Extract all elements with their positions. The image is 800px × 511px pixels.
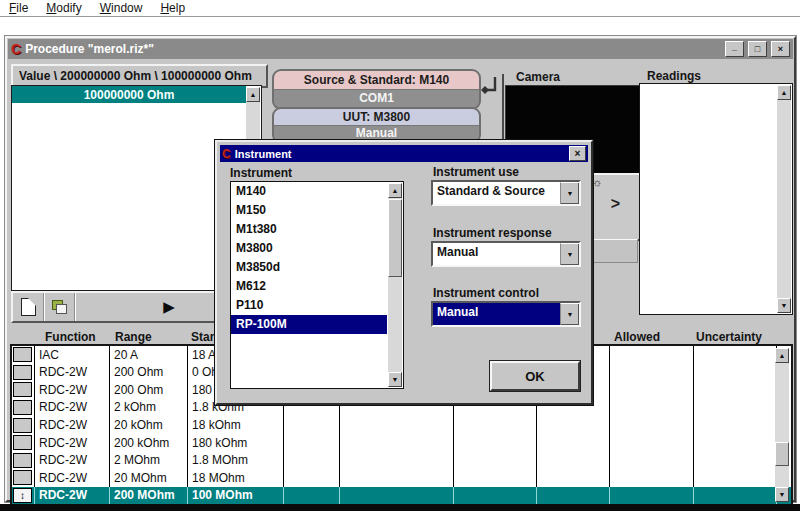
row-marker[interactable] — [13, 382, 32, 397]
instrument-response-label: Instrument response — [433, 226, 552, 240]
minimize-button[interactable]: _ — [725, 41, 744, 57]
readings-label: Readings — [647, 69, 701, 83]
uut-mode-label: Manual — [274, 126, 479, 139]
table-scrollbar[interactable]: ▲ ▼ — [775, 348, 789, 502]
table-row[interactable]: RDC-2W20 kOhm18 kOhm — [12, 416, 791, 434]
replace-icon — [52, 300, 67, 314]
menu-file[interactable]: File — [0, 1, 37, 15]
column-header-function[interactable]: Function — [45, 330, 96, 344]
source-port-label: COM1 — [274, 90, 479, 105]
row-marker[interactable] — [13, 365, 32, 380]
instrument-use-label: Instrument use — [433, 165, 519, 179]
column-header-allowed[interactable]: Allowed — [597, 330, 677, 344]
dropdown-arrow-icon[interactable]: ▼ — [560, 303, 579, 325]
source-standard-button[interactable]: Source & Standard: M140 COM1 — [272, 69, 481, 110]
hook-arrow-down-icon — [478, 75, 502, 103]
instrument-control-combo[interactable]: Manual ▼ — [431, 301, 581, 327]
value-list-selected-item[interactable]: 100000000 Ohm — [12, 86, 246, 103]
ok-button[interactable]: OK — [490, 361, 580, 391]
instrument-item[interactable]: M3800 — [231, 239, 387, 258]
row-marker[interactable] — [13, 470, 32, 485]
instrument-list-label: Instrument — [230, 166, 292, 180]
scroll-up-icon[interactable]: ▲ — [388, 183, 402, 198]
menu-window[interactable]: Window — [91, 1, 152, 15]
app-icon: C — [222, 147, 231, 161]
title-bar[interactable]: C Procedure "merol.riz*" _ □ × — [8, 39, 793, 59]
screen: File Modify Window Help C Procedure "mer… — [0, 0, 800, 511]
instrument-item[interactable]: P110 — [231, 296, 387, 315]
scroll-thumb[interactable] — [775, 442, 789, 466]
table-row[interactable]: RDC-2W2 MOhm1.8 MOhm — [12, 451, 791, 469]
table-row[interactable]: RDC-2W200 kOhm180 kOhm — [12, 434, 791, 452]
brightness-icon: ☼ — [592, 176, 602, 188]
menu-modify[interactable]: Modify — [37, 1, 90, 15]
app-icon: C — [11, 42, 21, 56]
table-row[interactable]: RDC-2W20 MOhm18 MOhm — [12, 469, 791, 487]
readings-scrollbar[interactable]: ▲ ▼ — [777, 85, 791, 313]
source-standard-label: Source & Standard: M140 — [274, 71, 479, 90]
instrument-control-label: Instrument control — [433, 286, 539, 300]
camera-status-field — [590, 239, 638, 263]
uut-button[interactable]: UUT: M3800 Manual — [272, 107, 481, 144]
dialog-title: Instrument — [235, 148, 565, 160]
scroll-down-icon[interactable]: ▼ — [775, 487, 789, 502]
instrument-use-value: Standard & Source — [433, 182, 560, 204]
dialog-title-bar[interactable]: C Instrument × — [220, 145, 588, 162]
readings-list[interactable]: ▲ ▼ — [639, 83, 793, 315]
instrument-item[interactable]: M150 — [231, 201, 387, 220]
document-icon — [21, 298, 36, 316]
camera-label: Camera — [516, 70, 560, 84]
uut-label: UUT: M3800 — [274, 109, 479, 126]
instrument-item[interactable]: M140 — [231, 182, 387, 201]
updown-icon[interactable]: ↕ — [13, 488, 32, 503]
scroll-up-icon[interactable]: ▲ — [777, 85, 791, 100]
row-marker[interactable] — [13, 400, 32, 415]
scroll-down-icon[interactable]: ▼ — [388, 372, 402, 387]
table-row-selected[interactable]: ↕ RDC-2W200 MOhm100 MOhm — [12, 487, 791, 505]
window-title: Procedure "merol.riz*" — [25, 42, 721, 56]
column-header-range[interactable]: Range — [115, 330, 152, 344]
dropdown-arrow-icon[interactable]: ▼ — [560, 243, 579, 265]
instrument-list-scrollbar[interactable]: ▲ ▼ — [388, 183, 402, 387]
instrument-item[interactable]: M1t380 — [231, 220, 387, 239]
instrument-response-value: Manual — [433, 243, 560, 265]
instrument-list[interactable]: M140 M150 M1t380 M3800 M3850d M612 P110 … — [230, 181, 404, 389]
play-icon: ▶ — [163, 298, 175, 316]
row-marker[interactable] — [13, 418, 32, 433]
instrument-item[interactable]: M612 — [231, 277, 387, 296]
instrument-item[interactable]: M3850d — [231, 258, 387, 277]
menu-bar: File Modify Window Help — [0, 0, 800, 16]
instrument-use-combo[interactable]: Standard & Source ▼ — [431, 180, 581, 206]
replace-button[interactable] — [44, 293, 75, 321]
chevron-right-icon[interactable]: > — [590, 195, 641, 213]
close-button[interactable]: × — [771, 41, 790, 57]
camera-control-panel[interactable]: ☼ > — [588, 173, 643, 241]
scroll-down-icon[interactable]: ▼ — [777, 298, 791, 313]
column-header-uncertainty[interactable]: Uncertainty — [679, 330, 779, 344]
instrument-item-selected[interactable]: RP-100M — [231, 315, 387, 334]
bottom-strip — [0, 504, 800, 511]
menu-divider — [0, 16, 800, 17]
row-marker[interactable] — [13, 453, 32, 468]
row-marker[interactable] — [13, 435, 32, 450]
row-marker[interactable] — [13, 347, 32, 362]
dropdown-arrow-icon[interactable]: ▼ — [560, 182, 579, 204]
instrument-response-combo[interactable]: Manual ▼ — [431, 241, 581, 267]
scroll-thumb[interactable] — [388, 199, 402, 277]
instrument-control-value: Manual — [433, 303, 560, 325]
scroll-up-icon[interactable]: ▲ — [775, 348, 789, 363]
menu-help[interactable]: Help — [151, 1, 194, 15]
scroll-up-icon[interactable]: ▲ — [246, 87, 260, 102]
maximize-button[interactable]: □ — [748, 41, 767, 57]
instrument-dialog: C Instrument × Instrument M140 M150 M1t3… — [215, 140, 593, 405]
dialog-close-button[interactable]: × — [569, 146, 586, 161]
new-document-button[interactable] — [13, 293, 44, 321]
